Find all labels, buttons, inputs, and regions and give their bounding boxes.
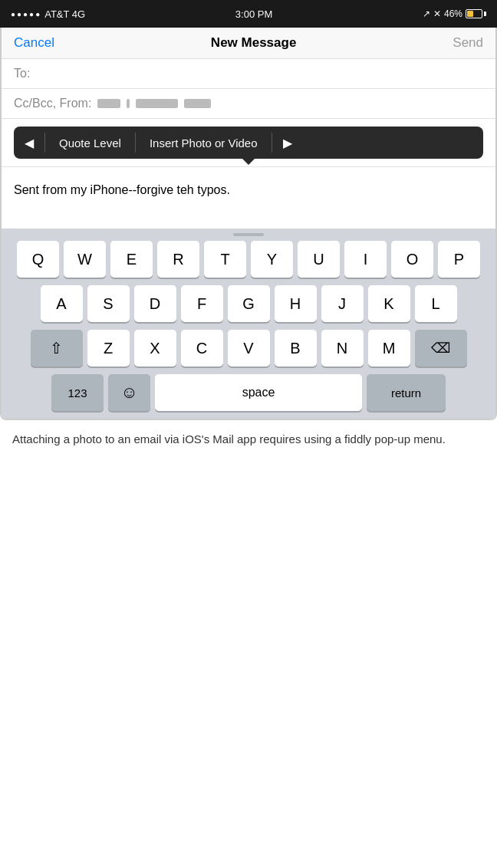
key-d[interactable]: D — [134, 285, 176, 322]
send-button[interactable]: Send — [453, 35, 483, 51]
cc-bcc-value-4 — [184, 99, 211, 108]
return-key[interactable]: return — [367, 374, 446, 411]
toolbar-left-arrow-button[interactable]: ◀ — [14, 127, 44, 159]
backspace-key[interactable]: ⌫ — [415, 330, 467, 367]
cancel-button[interactable]: Cancel — [14, 35, 54, 51]
key-f[interactable]: F — [181, 285, 223, 322]
carrier-label: AT&T 4G — [44, 8, 85, 20]
key-g[interactable]: G — [228, 285, 270, 322]
insert-photo-button[interactable]: Insert Photo or Video — [136, 127, 272, 159]
key-v[interactable]: V — [228, 330, 270, 367]
key-i[interactable]: I — [344, 241, 387, 278]
key-t[interactable]: T — [204, 241, 246, 278]
status-time: 3:00 PM — [235, 8, 272, 20]
key-row-2: A S D F G H J K L — [2, 285, 495, 322]
status-left: ●●●●● AT&T 4G — [11, 8, 85, 20]
space-key[interactable]: space — [155, 374, 362, 411]
battery-icon — [466, 9, 486, 18]
to-field[interactable]: To: — [2, 59, 495, 89]
key-m[interactable]: M — [368, 330, 410, 367]
key-row-1: Q W E R T Y U I O P — [2, 241, 495, 278]
to-label: To: — [14, 67, 30, 81]
key-u[interactable]: U — [298, 241, 340, 278]
cc-bcc-field[interactable]: Cc/Bcc, From: — [2, 89, 495, 119]
keyboard-handle — [233, 233, 264, 236]
format-toolbar: ◀ Quote Level Insert Photo or Video ▶ — [14, 127, 483, 159]
cc-bcc-value-1 — [97, 99, 120, 108]
key-h[interactable]: H — [275, 285, 317, 322]
caption: Attaching a photo to an email via iOS's … — [0, 420, 497, 464]
battery-percent: 46% — [444, 8, 462, 19]
key-c[interactable]: C — [181, 330, 223, 367]
phone-frame: Cancel New Message Send To: Cc/Bcc, From… — [0, 28, 497, 420]
key-z[interactable]: Z — [87, 330, 130, 367]
numbers-key[interactable]: 123 — [51, 374, 104, 411]
key-a[interactable]: A — [41, 285, 83, 322]
key-n[interactable]: N — [321, 330, 364, 367]
key-y[interactable]: Y — [251, 241, 293, 278]
toolbar-right-arrow-button[interactable]: ▶ — [272, 127, 303, 159]
emoji-key[interactable]: ☺ — [108, 374, 150, 411]
key-k[interactable]: K — [368, 285, 410, 322]
cc-bcc-label: Cc/Bcc, From: — [14, 97, 91, 110]
email-body[interactable]: Sent from my iPhone--forgive teh typos. — [2, 167, 495, 229]
cc-bcc-value-3 — [136, 99, 178, 108]
key-o[interactable]: O — [391, 241, 433, 278]
key-x[interactable]: X — [134, 330, 176, 367]
keyboard: Q W E R T Y U I O P A S D F G H J K L ⇧ … — [2, 229, 495, 419]
key-row-3: ⇧ Z X C V B N M ⌫ — [2, 330, 495, 367]
cc-bcc-value-2 — [127, 99, 130, 108]
key-b[interactable]: B — [275, 330, 317, 367]
key-l[interactable]: L — [415, 285, 457, 322]
signal-dots: ●●●●● — [11, 10, 41, 18]
shift-key[interactable]: ⇧ — [31, 330, 83, 367]
key-p[interactable]: P — [438, 241, 480, 278]
key-e[interactable]: E — [110, 241, 153, 278]
format-toolbar-wrapper: ◀ Quote Level Insert Photo or Video ▶ — [2, 127, 495, 159]
key-w[interactable]: W — [64, 241, 106, 278]
signal-x-icon: ✕ — [433, 8, 441, 19]
key-s[interactable]: S — [87, 285, 130, 322]
key-q[interactable]: Q — [17, 241, 59, 278]
toolbar-caret — [242, 159, 255, 165]
nav-title: New Message — [211, 35, 297, 51]
quote-level-button[interactable]: Quote Level — [45, 127, 135, 159]
status-right: ↗ ✕ 46% — [423, 8, 486, 19]
signal-arrow-icon: ↗ — [423, 8, 430, 19]
key-j[interactable]: J — [321, 285, 364, 322]
status-bar: ●●●●● AT&T 4G 3:00 PM ↗ ✕ 46% — [0, 0, 497, 28]
key-row-bottom: 123 ☺ space return — [2, 374, 495, 419]
navigation-bar: Cancel New Message Send — [2, 28, 495, 59]
key-r[interactable]: R — [157, 241, 199, 278]
